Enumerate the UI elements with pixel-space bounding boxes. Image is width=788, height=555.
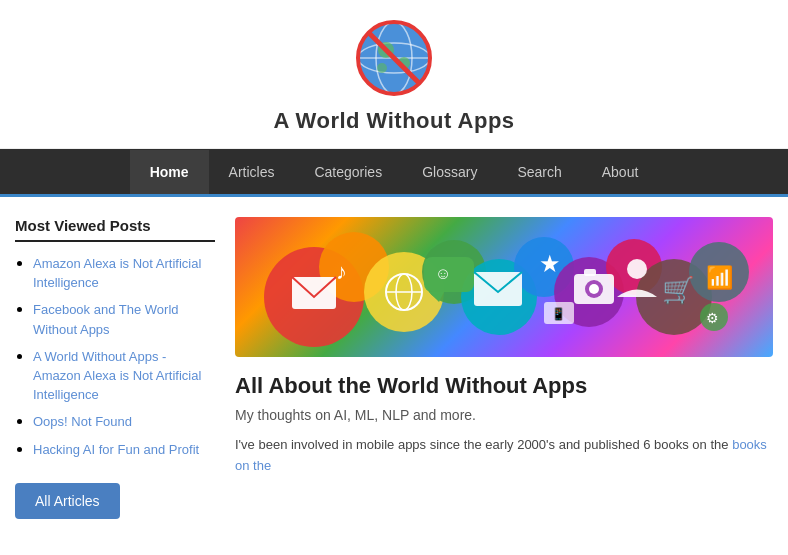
post-link-5[interactable]: Hacking AI for Fun and Profit — [33, 442, 199, 457]
content-body: I've been involved in mobile apps since … — [235, 435, 773, 477]
post-link-1[interactable]: Amazon Alexa is Not Artificial Intellige… — [33, 256, 201, 290]
list-item: Amazon Alexa is Not Artificial Intellige… — [33, 254, 215, 292]
list-item: A World Without Apps - Amazon Alexa is N… — [33, 347, 215, 405]
post-link-4[interactable]: Oops! Not Found — [33, 414, 132, 429]
main-content: Most Viewed Posts Amazon Alexa is Not Ar… — [0, 197, 788, 539]
svg-text:📶: 📶 — [706, 264, 734, 291]
sidebar-heading: Most Viewed Posts — [15, 217, 215, 242]
list-item: Hacking AI for Fun and Profit — [33, 440, 215, 459]
most-viewed-list: Amazon Alexa is Not Artificial Intellige… — [15, 254, 215, 459]
content-title: All About the World Without Apps — [235, 373, 773, 399]
site-header: A World Without Apps — [0, 0, 788, 149]
site-logo — [354, 18, 434, 98]
nav-item-glossary[interactable]: Glossary — [402, 150, 497, 194]
svg-text:☺: ☺ — [435, 265, 451, 282]
main-article: ♪ ☺ ★ — [235, 217, 773, 519]
svg-text:⚙: ⚙ — [706, 310, 719, 326]
nav-item-categories[interactable]: Categories — [294, 150, 402, 194]
all-articles-button[interactable]: All Articles — [15, 483, 120, 519]
hero-image: ♪ ☺ ★ — [235, 217, 773, 357]
nav-item-search[interactable]: Search — [497, 150, 581, 194]
body-text: I've been involved in mobile apps since … — [235, 437, 729, 452]
post-link-3[interactable]: A World Without Apps - Amazon Alexa is N… — [33, 349, 201, 402]
nav-item-about[interactable]: About — [582, 150, 659, 194]
svg-text:★: ★ — [539, 250, 561, 277]
svg-point-33 — [627, 259, 647, 279]
site-title: A World Without Apps — [0, 108, 788, 134]
main-nav: Home Articles Categories Glossary Search… — [0, 149, 788, 197]
svg-text:📱: 📱 — [551, 306, 566, 321]
svg-rect-32 — [584, 269, 596, 276]
sidebar: Most Viewed Posts Amazon Alexa is Not Ar… — [15, 217, 215, 519]
svg-point-31 — [589, 284, 599, 294]
svg-point-6 — [377, 63, 387, 73]
list-item: Facebook and The World Without Apps — [33, 300, 215, 338]
svg-text:♪: ♪ — [336, 259, 347, 284]
post-link-2[interactable]: Facebook and The World Without Apps — [33, 302, 179, 336]
list-item: Oops! Not Found — [33, 412, 215, 431]
svg-text:🛒: 🛒 — [662, 274, 695, 306]
content-subtitle: My thoughts on AI, ML, NLP and more. — [235, 407, 773, 423]
nav-item-articles[interactable]: Articles — [209, 150, 295, 194]
nav-item-home[interactable]: Home — [130, 150, 209, 197]
